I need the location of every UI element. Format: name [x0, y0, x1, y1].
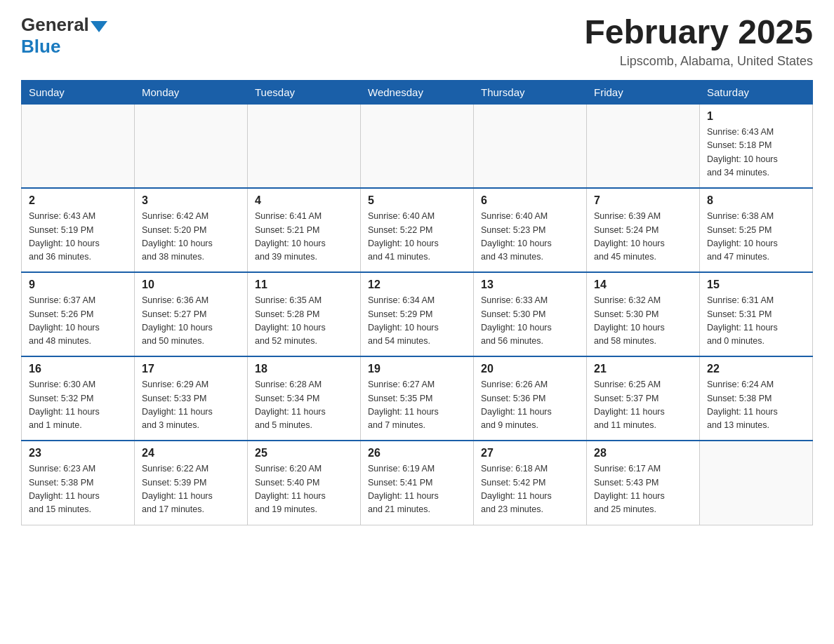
- day-info: Sunrise: 6:17 AMSunset: 5:43 PMDaylight:…: [594, 462, 692, 517]
- calendar-day-cell: 10Sunrise: 6:36 AMSunset: 5:27 PMDayligh…: [135, 272, 248, 356]
- day-info: Sunrise: 6:35 AMSunset: 5:28 PMDaylight:…: [255, 294, 353, 349]
- day-info: Sunrise: 6:39 AMSunset: 5:24 PMDaylight:…: [594, 210, 692, 264]
- day-info: Sunrise: 6:20 AMSunset: 5:40 PMDaylight:…: [255, 462, 353, 517]
- calendar-day-cell: 6Sunrise: 6:40 AMSunset: 5:23 PMDaylight…: [474, 188, 587, 272]
- calendar-day-cell: 3Sunrise: 6:42 AMSunset: 5:20 PMDaylight…: [135, 188, 248, 272]
- day-number: 16: [29, 363, 127, 375]
- calendar-day-cell: 17Sunrise: 6:29 AMSunset: 5:33 PMDayligh…: [135, 356, 248, 441]
- calendar-header-row: SundayMondayTuesdayWednesdayThursdayFrid…: [22, 80, 813, 104]
- day-info: Sunrise: 6:25 AMSunset: 5:37 PMDaylight:…: [594, 378, 692, 433]
- day-number: 25: [255, 447, 353, 459]
- calendar-day-cell: [22, 104, 135, 188]
- logo: General Blue: [21, 14, 109, 58]
- calendar-day-cell: 2Sunrise: 6:43 AMSunset: 5:19 PMDaylight…: [22, 188, 135, 272]
- day-info: Sunrise: 6:29 AMSunset: 5:33 PMDaylight:…: [142, 378, 240, 433]
- calendar-week-row: 23Sunrise: 6:23 AMSunset: 5:38 PMDayligh…: [22, 441, 813, 525]
- calendar-day-cell: 27Sunrise: 6:18 AMSunset: 5:42 PMDayligh…: [474, 441, 587, 525]
- calendar-day-cell: [248, 104, 361, 188]
- calendar-day-cell: 22Sunrise: 6:24 AMSunset: 5:38 PMDayligh…: [700, 356, 813, 441]
- calendar-week-row: 9Sunrise: 6:37 AMSunset: 5:26 PMDaylight…: [22, 272, 813, 356]
- day-info: Sunrise: 6:22 AMSunset: 5:39 PMDaylight:…: [142, 462, 240, 517]
- day-info: Sunrise: 6:28 AMSunset: 5:34 PMDaylight:…: [255, 378, 353, 433]
- calendar-table: SundayMondayTuesdayWednesdayThursdayFrid…: [21, 80, 813, 525]
- day-number: 8: [707, 194, 805, 207]
- calendar-day-cell: [361, 104, 474, 188]
- calendar-day-cell: 13Sunrise: 6:33 AMSunset: 5:30 PMDayligh…: [474, 272, 587, 356]
- logo-blue-text: Blue: [21, 36, 60, 58]
- title-section: February 2025 Lipscomb, Alabama, United …: [584, 14, 813, 69]
- day-number: 17: [142, 363, 240, 375]
- day-number: 14: [594, 279, 692, 291]
- logo-arrow-icon: [91, 21, 107, 32]
- calendar-day-cell: 18Sunrise: 6:28 AMSunset: 5:34 PMDayligh…: [248, 356, 361, 441]
- day-of-week-header: Tuesday: [248, 80, 361, 104]
- calendar-day-cell: 15Sunrise: 6:31 AMSunset: 5:31 PMDayligh…: [700, 272, 813, 356]
- day-number: 20: [481, 363, 579, 375]
- calendar-day-cell: [135, 104, 248, 188]
- day-number: 10: [142, 279, 240, 291]
- calendar-day-cell: 4Sunrise: 6:41 AMSunset: 5:21 PMDaylight…: [248, 188, 361, 272]
- calendar-day-cell: 21Sunrise: 6:25 AMSunset: 5:37 PMDayligh…: [587, 356, 700, 441]
- day-number: 26: [368, 447, 466, 459]
- day-info: Sunrise: 6:27 AMSunset: 5:35 PMDaylight:…: [368, 378, 466, 433]
- day-number: 4: [255, 194, 353, 207]
- calendar-day-cell: 14Sunrise: 6:32 AMSunset: 5:30 PMDayligh…: [587, 272, 700, 356]
- calendar-day-cell: 26Sunrise: 6:19 AMSunset: 5:41 PMDayligh…: [361, 441, 474, 525]
- calendar-day-cell: 11Sunrise: 6:35 AMSunset: 5:28 PMDayligh…: [248, 272, 361, 356]
- calendar-day-cell: 5Sunrise: 6:40 AMSunset: 5:22 PMDaylight…: [361, 188, 474, 272]
- calendar-day-cell: 12Sunrise: 6:34 AMSunset: 5:29 PMDayligh…: [361, 272, 474, 356]
- day-info: Sunrise: 6:41 AMSunset: 5:21 PMDaylight:…: [255, 210, 353, 264]
- day-info: Sunrise: 6:18 AMSunset: 5:42 PMDaylight:…: [481, 462, 579, 517]
- day-number: 18: [255, 363, 353, 375]
- day-of-week-header: Friday: [587, 80, 700, 104]
- day-number: 22: [707, 363, 805, 375]
- day-info: Sunrise: 6:42 AMSunset: 5:20 PMDaylight:…: [142, 210, 240, 264]
- calendar-day-cell: 1Sunrise: 6:43 AMSunset: 5:18 PMDaylight…: [700, 104, 813, 188]
- calendar-day-cell: [700, 441, 813, 525]
- logo-general-text: General: [21, 14, 89, 36]
- day-info: Sunrise: 6:24 AMSunset: 5:38 PMDaylight:…: [707, 378, 805, 433]
- day-info: Sunrise: 6:37 AMSunset: 5:26 PMDaylight:…: [29, 294, 127, 349]
- day-number: 11: [255, 279, 353, 291]
- day-number: 3: [142, 194, 240, 207]
- calendar-week-row: 1Sunrise: 6:43 AMSunset: 5:18 PMDaylight…: [22, 104, 813, 188]
- day-number: 1: [707, 110, 805, 123]
- day-of-week-header: Wednesday: [361, 80, 474, 104]
- day-number: 2: [29, 194, 127, 207]
- page-header: General Blue February 2025 Lipscomb, Ala…: [21, 14, 813, 69]
- calendar-day-cell: 16Sunrise: 6:30 AMSunset: 5:32 PMDayligh…: [22, 356, 135, 441]
- day-number: 9: [29, 279, 127, 291]
- calendar-week-row: 16Sunrise: 6:30 AMSunset: 5:32 PMDayligh…: [22, 356, 813, 441]
- day-info: Sunrise: 6:26 AMSunset: 5:36 PMDaylight:…: [481, 378, 579, 433]
- calendar-title: February 2025: [584, 14, 813, 51]
- day-of-week-header: Saturday: [700, 80, 813, 104]
- day-info: Sunrise: 6:43 AMSunset: 5:18 PMDaylight:…: [707, 126, 805, 180]
- calendar-day-cell: [474, 104, 587, 188]
- calendar-day-cell: 25Sunrise: 6:20 AMSunset: 5:40 PMDayligh…: [248, 441, 361, 525]
- day-number: 7: [594, 194, 692, 207]
- calendar-week-row: 2Sunrise: 6:43 AMSunset: 5:19 PMDaylight…: [22, 188, 813, 272]
- day-info: Sunrise: 6:38 AMSunset: 5:25 PMDaylight:…: [707, 210, 805, 264]
- calendar-day-cell: 9Sunrise: 6:37 AMSunset: 5:26 PMDaylight…: [22, 272, 135, 356]
- day-number: 19: [368, 363, 466, 375]
- day-number: 27: [481, 447, 579, 459]
- day-info: Sunrise: 6:19 AMSunset: 5:41 PMDaylight:…: [368, 462, 466, 517]
- calendar-day-cell: 7Sunrise: 6:39 AMSunset: 5:24 PMDaylight…: [587, 188, 700, 272]
- calendar-day-cell: 28Sunrise: 6:17 AMSunset: 5:43 PMDayligh…: [587, 441, 700, 525]
- day-info: Sunrise: 6:31 AMSunset: 5:31 PMDaylight:…: [707, 294, 805, 349]
- day-info: Sunrise: 6:23 AMSunset: 5:38 PMDaylight:…: [29, 462, 127, 517]
- calendar-subtitle: Lipscomb, Alabama, United States: [584, 54, 813, 69]
- day-number: 28: [594, 447, 692, 459]
- day-number: 12: [368, 279, 466, 291]
- calendar-day-cell: 19Sunrise: 6:27 AMSunset: 5:35 PMDayligh…: [361, 356, 474, 441]
- day-info: Sunrise: 6:43 AMSunset: 5:19 PMDaylight:…: [29, 210, 127, 264]
- day-number: 24: [142, 447, 240, 459]
- day-number: 21: [594, 363, 692, 375]
- day-number: 13: [481, 279, 579, 291]
- calendar-day-cell: 20Sunrise: 6:26 AMSunset: 5:36 PMDayligh…: [474, 356, 587, 441]
- calendar-day-cell: 8Sunrise: 6:38 AMSunset: 5:25 PMDaylight…: [700, 188, 813, 272]
- day-info: Sunrise: 6:40 AMSunset: 5:23 PMDaylight:…: [481, 210, 579, 264]
- day-of-week-header: Monday: [135, 80, 248, 104]
- day-info: Sunrise: 6:40 AMSunset: 5:22 PMDaylight:…: [368, 210, 466, 264]
- day-info: Sunrise: 6:30 AMSunset: 5:32 PMDaylight:…: [29, 378, 127, 433]
